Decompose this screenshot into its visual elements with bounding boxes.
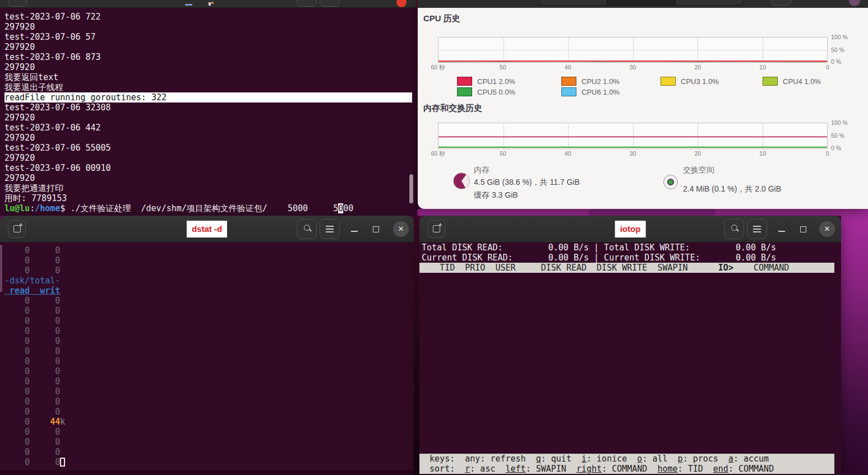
search-button[interactable] — [297, 0, 317, 7]
close-button[interactable]: ✕ — [819, 221, 835, 237]
terminal-main-titlebar — [0, 0, 416, 8]
terminal-main-output[interactable]: test-2023-07-06 722297920test-2023-07-06… — [0, 8, 416, 216]
terminal-line: 我要把通道打印 — [4, 183, 416, 193]
terminal-line: test-2023-07-06 873 — [4, 52, 416, 62]
new-tab-button[interactable] — [427, 220, 445, 238]
close-button[interactable] — [849, 0, 860, 6]
x-tick-label: 20 — [694, 150, 701, 157]
legend-swatch — [561, 77, 576, 86]
search-button[interactable] — [724, 219, 744, 239]
legend-label: CPU4 1.0% — [783, 77, 821, 86]
maximize-button[interactable] — [373, 226, 379, 232]
legend-swatch — [457, 87, 472, 96]
scrollbar-thumb[interactable] — [0, 245, 2, 292]
legend-item: CPU4 1.0% — [763, 76, 821, 86]
terminal-window-iotop: iotop ✕ Total DISK READ: 0.00 B/s | Tota… — [419, 216, 841, 475]
memory-y-tick: 0 % — [831, 145, 841, 151]
memory-cache: 缓存 3.3 GiB — [474, 190, 518, 201]
new-tab-icon — [433, 225, 440, 232]
terminal-line: test-2023-07-06 32308 — [4, 103, 416, 113]
hamburger-menu-icon — [326, 226, 334, 232]
new-tab-button[interactable] — [8, 0, 27, 7]
iotop-output[interactable]: Total DISK READ: 0.00 B/s | Total DISK W… — [419, 243, 841, 475]
hamburger-menu-icon — [753, 226, 761, 232]
legend-swatch — [661, 77, 676, 86]
terminal-line: 297920 — [4, 42, 416, 52]
dstat-row: 0 0 — [4, 296, 414, 306]
iotop-sort-line: sort: r: asc left: SWAPIN right: COMMAND… — [419, 464, 834, 474]
x-tick-label: 40 — [565, 64, 571, 71]
terminal-line: readFile running goroutines: 322 — [4, 92, 412, 103]
dstat-output[interactable]: 0 0 0 0 0 0-dsk/total- read writ 0 0 0 0… — [0, 243, 414, 475]
terminal-line: test-2023-07-06 00910 — [4, 163, 416, 173]
iotop-titlebar: iotop ✕ — [419, 216, 841, 243]
dstat-row: 0 0 — [4, 376, 414, 386]
maximize-button[interactable] — [800, 226, 806, 232]
new-tab-button[interactable] — [8, 220, 26, 238]
menu-button[interactable] — [320, 0, 340, 7]
memory-history-chart — [438, 123, 828, 149]
x-tick-label: 60 秒 — [431, 64, 445, 72]
dstat-row: -dsk/total- — [4, 276, 414, 286]
dstat-row: 0 44k — [4, 417, 414, 427]
memory-history-title: 内存和交换历史 — [423, 103, 482, 114]
x-tick-label: 30 — [630, 64, 636, 71]
cpu-y-tick: 0 % — [831, 58, 841, 65]
tab-filesystems[interactable]: 文件系统 — [675, 0, 743, 6]
terminal-line: 297920 — [4, 153, 416, 163]
legend-item: CPU6 1.0% — [561, 87, 661, 97]
dstat-row: 0 0 — [4, 356, 414, 366]
terminal-line: 我要退出子线程 — [4, 82, 416, 92]
iotop-column-header: TID PRIO USER DISK READ DISK WRITE SWAPI… — [419, 263, 834, 273]
wallpaper-gap-bottom — [414, 216, 419, 475]
terminal-line: 我要返回text — [4, 72, 416, 82]
search-icon — [304, 225, 310, 231]
terminal-line: 297920 — [4, 62, 416, 72]
legend-item: CPU3 1.0% — [661, 76, 763, 86]
x-tick-label: 60 秒 — [431, 150, 445, 158]
terminal-window-main: test-2023-07-06 722297920test-2023-07-06… — [0, 0, 416, 216]
terminal-line: test-2023-07-06 57 — [4, 32, 416, 42]
tab-processes[interactable]: 进程 — [539, 0, 607, 6]
legend-label: CPU1 2.0% — [477, 77, 515, 86]
terminal-window-dstat: dstat -d ✕ 0 0 0 0 0 0-dsk/total- read w… — [0, 216, 414, 475]
legend-label: CPU6 1.0% — [581, 88, 620, 96]
dstat-row: 0 0 — [4, 316, 414, 326]
terminal-bottom-edge — [0, 470, 414, 475]
iotop-keys-line: keys: any: refresh q: quit i: ionice o: … — [419, 454, 834, 464]
system-monitor-headerbar: 进程 资源 文件系统 — [418, 0, 868, 8]
search-button[interactable] — [297, 219, 317, 239]
menu-button[interactable] — [320, 219, 340, 239]
close-button[interactable] — [396, 0, 407, 7]
dstat-row: 0 0 — [4, 407, 414, 417]
wallpaper-band — [418, 209, 868, 216]
dstat-row: 0 0 — [4, 266, 414, 276]
menu-button[interactable] — [771, 0, 791, 6]
titlebar-text-fragment — [209, 2, 211, 6]
terminal-line: 用时: 7789153 — [4, 193, 416, 203]
scrollbar-thumb[interactable] — [409, 174, 413, 203]
menu-button[interactable] — [747, 219, 767, 239]
x-tick-label: 50 — [500, 150, 506, 157]
titlebar-text-fragment — [185, 4, 192, 6]
window-title: dstat -d — [187, 221, 227, 238]
minimize-button[interactable] — [778, 231, 785, 232]
swap-usage: 2.4 MiB (0.1 %)，共 2.0 GiB — [683, 184, 781, 194]
dstat-row: 0 0 — [4, 437, 414, 447]
terminal-line: 297920 — [4, 133, 416, 143]
legend-item: CPU2 1.0% — [561, 76, 661, 86]
iotop-total-line: Total DISK READ: 0.00 B/s | Total DISK W… — [422, 243, 841, 253]
dstat-row: 0 0 — [4, 255, 414, 266]
x-tick-label: 30 — [630, 150, 636, 157]
memory-pie-icon — [453, 173, 470, 189]
terminal-line: test-2023-07-06 722 — [4, 12, 416, 22]
tab-resources[interactable]: 资源 — [607, 0, 675, 6]
window-title: iotop — [615, 221, 646, 238]
close-button[interactable]: ✕ — [393, 221, 409, 237]
dstat-row: 0 0 — [4, 245, 414, 255]
x-tick-label: 0 — [826, 64, 829, 71]
cpu-y-tick: 100 % — [831, 34, 848, 40]
dstat-titlebar: dstat -d ✕ — [0, 216, 414, 243]
minimize-button[interactable] — [351, 231, 358, 232]
cpu-y-tick: 50 % — [831, 46, 844, 53]
